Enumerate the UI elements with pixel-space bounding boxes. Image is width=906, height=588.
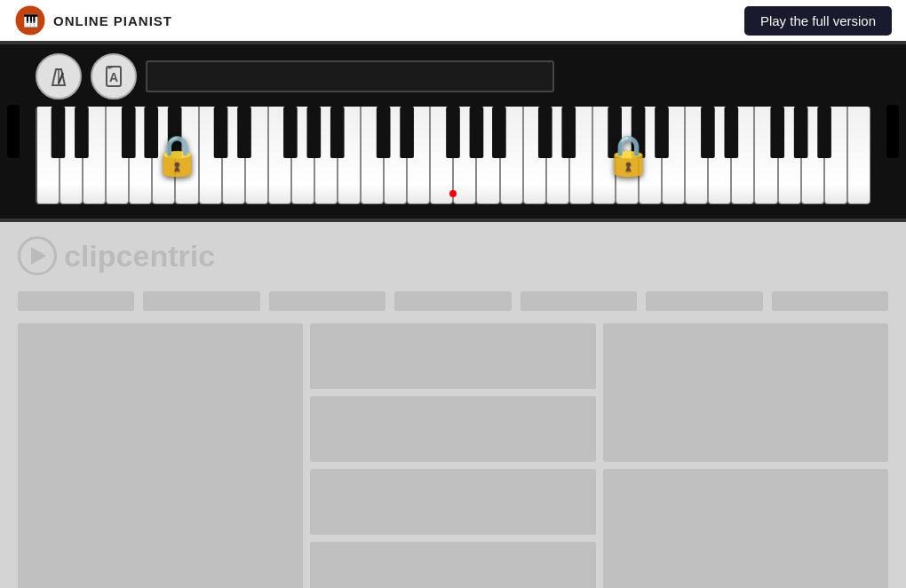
grid-right-top bbox=[603, 323, 888, 462]
clip-content-grid bbox=[18, 323, 888, 588]
nav-bar-3[interactable] bbox=[269, 291, 385, 311]
white-key[interactable] bbox=[384, 107, 407, 204]
header: 🎹 ONLINE PIANIST Play the full version bbox=[0, 0, 906, 41]
clipcentric-name: clipcentric bbox=[64, 239, 215, 274]
nav-bar-7[interactable] bbox=[772, 291, 888, 311]
grid-left-large bbox=[18, 323, 303, 588]
white-key[interactable] bbox=[60, 107, 83, 204]
white-key[interactable] bbox=[245, 107, 268, 204]
metronome-button[interactable] bbox=[36, 53, 82, 99]
white-key[interactable] bbox=[338, 107, 361, 204]
play-full-button[interactable]: Play the full version bbox=[744, 6, 892, 36]
clip-text: clip bbox=[64, 239, 116, 273]
logo-icon: 🎹 bbox=[14, 4, 46, 36]
white-key[interactable] bbox=[754, 107, 777, 204]
svg-marker-34 bbox=[31, 247, 46, 265]
white-key[interactable] bbox=[36, 107, 60, 204]
note-icon: A bbox=[101, 64, 126, 89]
piano-keys: 🔒 🔒 bbox=[36, 107, 870, 204]
white-key[interactable] bbox=[361, 107, 384, 204]
white-key[interactable] bbox=[407, 107, 430, 204]
white-key[interactable] bbox=[476, 107, 499, 204]
piano-section: A bbox=[0, 41, 906, 222]
play-triangle-icon bbox=[27, 245, 48, 266]
clipcentric-play-icon bbox=[18, 236, 57, 275]
grid-right-bottom bbox=[603, 469, 888, 588]
logo-area: 🎹 ONLINE PIANIST bbox=[14, 4, 172, 36]
white-key[interactable] bbox=[500, 107, 523, 204]
white-key[interactable] bbox=[106, 107, 129, 204]
white-key[interactable] bbox=[83, 107, 106, 204]
white-key[interactable] bbox=[731, 107, 754, 204]
lock-right-icon: 🔒 bbox=[604, 132, 653, 179]
nav-bar-4[interactable] bbox=[394, 291, 511, 311]
lock-right-overlay: 🔒 bbox=[578, 107, 679, 204]
grid-mid-4 bbox=[310, 542, 595, 588]
white-key[interactable] bbox=[268, 107, 291, 204]
white-key[interactable] bbox=[824, 107, 847, 204]
nav-bar-5[interactable] bbox=[521, 291, 637, 311]
song-bar bbox=[146, 60, 554, 92]
clipcentric-section: clipcentric bbox=[0, 222, 906, 588]
metronome-icon bbox=[46, 64, 71, 89]
white-key[interactable] bbox=[453, 107, 476, 204]
logo-text: ONLINE PIANIST bbox=[53, 13, 172, 28]
white-key[interactable] bbox=[314, 107, 338, 204]
centric-text: centric bbox=[116, 239, 216, 273]
white-key[interactable] bbox=[847, 107, 870, 204]
white-key[interactable] bbox=[685, 107, 708, 204]
red-dot-indicator bbox=[449, 190, 457, 197]
grid-mid-2 bbox=[310, 396, 595, 462]
white-key[interactable] bbox=[778, 107, 801, 204]
clip-nav bbox=[18, 291, 888, 311]
clipcentric-logo: clipcentric bbox=[18, 236, 888, 275]
svg-text:A: A bbox=[109, 70, 118, 84]
white-key[interactable] bbox=[708, 107, 731, 204]
nav-bar-1[interactable] bbox=[18, 291, 134, 311]
svg-text:🎹: 🎹 bbox=[23, 13, 39, 28]
grid-mid-1 bbox=[310, 323, 595, 389]
white-key[interactable] bbox=[523, 107, 546, 204]
lock-left-icon: 🔒 bbox=[153, 132, 202, 179]
note-button[interactable]: A bbox=[91, 53, 137, 99]
white-key[interactable] bbox=[801, 107, 824, 204]
nav-bar-2[interactable] bbox=[143, 291, 259, 311]
grid-mid-3 bbox=[310, 469, 595, 535]
white-key[interactable] bbox=[546, 107, 569, 204]
piano-controls: A bbox=[27, 53, 879, 99]
white-key[interactable] bbox=[430, 107, 453, 204]
nav-bar-6[interactable] bbox=[646, 291, 762, 311]
white-key[interactable] bbox=[291, 107, 314, 204]
lock-left-overlay: 🔒 bbox=[127, 107, 227, 204]
